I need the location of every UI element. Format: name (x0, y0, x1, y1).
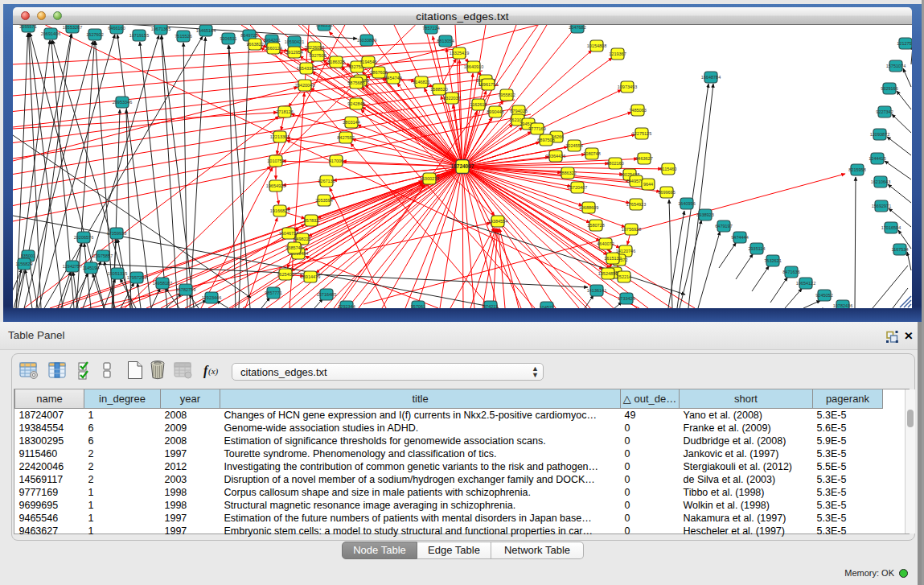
svg-text:2935114: 2935114 (748, 246, 765, 251)
svg-text:23975857: 23975857 (93, 253, 113, 258)
svg-text:16033809: 16033809 (357, 38, 376, 43)
svg-text:1292344: 1292344 (338, 304, 355, 308)
svg-text:7515526: 7515526 (175, 34, 191, 39)
svg-text:4498222: 4498222 (294, 237, 310, 241)
svg-text:9242845: 9242845 (347, 101, 364, 106)
svg-text:6897508: 6897508 (537, 138, 554, 142)
svg-text:10756928: 10756928 (622, 227, 641, 232)
svg-text:20691406: 20691406 (41, 31, 60, 36)
svg-text:14120746: 14120746 (616, 249, 635, 253)
svg-text:3912954: 3912954 (285, 50, 302, 55)
svg-text:3267130: 3267130 (318, 179, 335, 183)
svg-text:17359938: 17359938 (107, 231, 126, 236)
svg-text:1964201: 1964201 (263, 38, 280, 43)
svg-text:874211: 874211 (483, 304, 498, 308)
svg-text:8322037: 8322037 (443, 96, 460, 101)
svg-text:9644: 9644 (643, 182, 653, 187)
svg-text:6466160: 6466160 (108, 26, 125, 31)
svg-text:14136141: 14136141 (587, 288, 606, 293)
svg-text:9329166: 9329166 (881, 86, 897, 91)
svg-text:16465164: 16465164 (196, 28, 216, 33)
svg-text:15300275: 15300275 (420, 176, 439, 181)
svg-text:7485063: 7485063 (629, 108, 646, 113)
svg-text:1212755: 1212755 (897, 41, 912, 46)
svg-text:2053594: 2053594 (315, 198, 332, 203)
svg-text:9245052: 9245052 (815, 293, 832, 298)
svg-text:2803144: 2803144 (343, 120, 359, 125)
svg-text:16648784: 16648784 (701, 75, 721, 80)
svg-text:10688609: 10688609 (579, 205, 598, 210)
svg-text:10973493: 10973493 (618, 84, 637, 89)
svg-text:1162615: 1162615 (470, 102, 487, 107)
svg-text:1580728: 1580728 (587, 223, 604, 228)
svg-text:20206576: 20206576 (74, 235, 93, 240)
svg-text:13325419: 13325419 (450, 51, 469, 56)
svg-text:12942757: 12942757 (63, 264, 82, 269)
svg-text:2867608: 2867608 (370, 70, 387, 75)
svg-text:8990448: 8990448 (487, 109, 503, 114)
svg-text:8186328: 8186328 (327, 60, 344, 64)
svg-text:9327505: 9327505 (309, 53, 326, 58)
svg-text:9115460: 9115460 (659, 167, 676, 171)
svg-text:15716485: 15716485 (317, 292, 336, 297)
svg-text:18724007: 18724007 (451, 163, 474, 169)
svg-text:857832: 857832 (304, 218, 318, 223)
svg-text:17016504: 17016504 (881, 225, 901, 230)
svg-text:6479197: 6479197 (715, 224, 732, 229)
svg-text:10154808: 10154808 (587, 43, 606, 48)
svg-text:3660124: 3660124 (265, 46, 281, 51)
svg-text:9857771: 9857771 (265, 290, 281, 295)
svg-text:12213302: 12213302 (270, 134, 290, 139)
svg-text:1640956: 1640956 (678, 201, 695, 206)
svg-text:12093872: 12093872 (870, 132, 889, 137)
svg-text:16543362: 16543362 (297, 66, 316, 71)
svg-text:8471636: 8471636 (782, 270, 799, 274)
svg-text:15051315: 15051315 (108, 271, 127, 276)
svg-text:1219367: 1219367 (609, 51, 626, 56)
svg-text:13524851: 13524851 (598, 271, 618, 276)
svg-text:7857224: 7857224 (422, 26, 439, 31)
svg-text:417006: 417006 (329, 159, 343, 163)
svg-text:15692971: 15692971 (872, 204, 891, 208)
svg-text:9385741: 9385741 (285, 245, 302, 250)
svg-text:7692251: 7692251 (315, 25, 332, 27)
svg-text:6699695: 6699695 (658, 190, 675, 195)
svg-text:4640072: 4640072 (597, 241, 614, 246)
svg-text:8938923: 8938923 (696, 212, 713, 217)
svg-text:3024554: 3024554 (565, 143, 582, 148)
svg-text:10654122: 10654122 (796, 281, 815, 286)
svg-text:7886322: 7886322 (559, 171, 576, 175)
svg-text:16914479: 16914479 (301, 274, 320, 279)
svg-text:17957253: 17957253 (127, 275, 146, 280)
svg-text:10590421: 10590421 (285, 39, 304, 44)
svg-text:1527602: 1527602 (86, 32, 103, 37)
svg-text:(x): (x) (208, 366, 219, 377)
svg-text:9227342: 9227342 (876, 109, 893, 114)
svg-text:1010752: 1010752 (267, 159, 284, 163)
svg-text:23420046: 23420046 (295, 83, 314, 88)
svg-text:8454749: 8454749 (384, 76, 401, 80)
svg-text:10671365: 10671365 (151, 27, 170, 31)
svg-text:16782759: 16782759 (176, 287, 195, 292)
svg-text:15751074: 15751074 (886, 64, 906, 68)
svg-text:2718126: 2718126 (276, 109, 293, 114)
svg-text:9802160: 9802160 (606, 161, 623, 166)
svg-text:835001: 835001 (21, 253, 35, 258)
svg-text:9146821: 9146821 (413, 80, 429, 84)
svg-text:20364436: 20364436 (546, 154, 565, 159)
svg-text:1167534: 1167534 (891, 247, 908, 252)
svg-text:19166825: 19166825 (270, 208, 290, 213)
svg-text:12923446: 12923446 (202, 295, 221, 300)
svg-text:10719155: 10719155 (129, 33, 149, 38)
svg-text:6794028: 6794028 (510, 109, 527, 113)
svg-text:1588520: 1588520 (430, 87, 447, 92)
svg-text:1156829: 1156829 (15, 262, 32, 266)
svg-text:16961754: 16961754 (478, 82, 498, 87)
svg-text:9463627: 9463627 (635, 156, 652, 161)
svg-text:16210643: 16210643 (871, 179, 890, 184)
svg-text:1244415: 1244415 (869, 156, 885, 161)
svg-text:7194546: 7194546 (359, 60, 376, 64)
svg-text:8813054: 8813054 (437, 39, 454, 43)
svg-text:19654928: 19654928 (266, 183, 285, 188)
svg-text:19384554: 19384554 (488, 219, 507, 224)
